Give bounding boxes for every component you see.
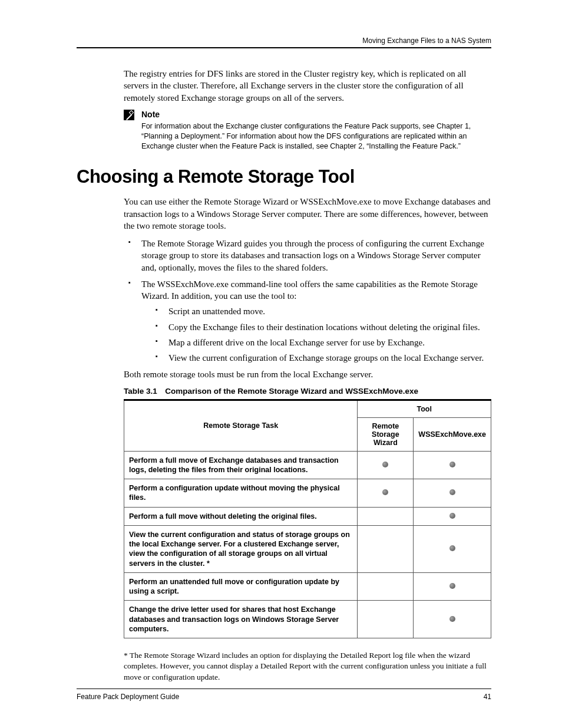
task-cell: Perform an unattended full move or confi… [124, 572, 358, 601]
dot-icon [449, 462, 455, 467]
footer-left: Feature Pack Deployment Guide [77, 693, 179, 701]
wssexchmove-cell [414, 479, 491, 508]
section-intro: You can use either the Remote Storage Wi… [124, 196, 491, 232]
list-item: Script an unattended move. [163, 305, 491, 317]
running-header: Moving Exchange Files to a NAS System [77, 37, 491, 45]
table-row: Perform an unattended full move or confi… [124, 572, 491, 601]
dot-icon [449, 489, 455, 495]
col-header-wizard: Remote Storage Wizard [358, 417, 414, 451]
table-row: Change the drive letter used for shares … [124, 601, 491, 638]
list-item: The Remote Storage Wizard guides you thr… [135, 238, 491, 274]
wizard-cell [358, 601, 414, 638]
table-footnote: * The Remote Storage Wizard includes an … [124, 650, 491, 683]
table-body: Perform a full move of Exchange database… [124, 451, 491, 638]
section-heading: Choosing a Remote Storage Tool [77, 166, 491, 187]
dot-icon [449, 545, 455, 551]
dot-icon [449, 583, 455, 589]
wssexchmove-cell [414, 601, 491, 638]
list-item: Map a different drive on the local Excha… [163, 337, 491, 348]
footer-page-number: 41 [484, 693, 491, 701]
col-header-wssexchmove: WSSExchMove.exe [414, 417, 491, 451]
table-row: Perform a configuration update without m… [124, 479, 491, 508]
bullet-list: The Remote Storage Wizard guides you thr… [124, 238, 491, 364]
task-cell: Perform a configuration update without m… [124, 479, 358, 508]
comparison-table: Remote Storage Task Tool Remote Storage … [124, 399, 491, 639]
list-item: Copy the Exchange files to their destina… [163, 321, 491, 333]
wizard-cell [358, 507, 414, 525]
wssexchmove-cell [414, 507, 491, 525]
wizard-cell [358, 479, 414, 508]
intro-paragraph: The registry entries for DFS links are s… [124, 68, 491, 104]
list-item: The WSSExchMove.exe command-line tool of… [135, 278, 491, 364]
col-header-task: Remote Storage Task [124, 400, 358, 451]
list-item-text: The WSSExchMove.exe command-line tool of… [141, 279, 478, 301]
header-rule [77, 47, 491, 48]
dot-icon [449, 616, 455, 622]
page-footer: Feature Pack Deployment Guide 41 [77, 689, 491, 701]
table-row: Perform a full move of Exchange database… [124, 451, 491, 479]
task-cell: Perform a full move of Exchange database… [124, 451, 358, 479]
task-cell: Change the drive letter used for shares … [124, 601, 358, 638]
wizard-cell [358, 525, 414, 572]
pencil-note-icon [124, 110, 134, 120]
wssexchmove-cell [414, 451, 491, 479]
table-row: View the current configuration and statu… [124, 525, 491, 572]
sub-bullet-list: Script an unattended move. Copy the Exch… [141, 305, 491, 364]
after-bullets-paragraph: Both remote storage tools must be run fr… [124, 368, 491, 380]
list-item: View the current configuration of Exchan… [163, 352, 491, 364]
note-block: Note For information about the Exchange … [124, 110, 491, 151]
wssexchmove-cell [414, 525, 491, 572]
task-cell: View the current configuration and statu… [124, 525, 358, 572]
table-row: Perform a full move without deleting the… [124, 507, 491, 525]
wssexchmove-cell [414, 572, 491, 601]
wizard-cell [358, 572, 414, 601]
wizard-cell [358, 451, 414, 479]
task-cell: Perform a full move without deleting the… [124, 507, 358, 525]
dot-icon [449, 513, 455, 519]
col-header-tool: Tool [358, 400, 491, 417]
table-caption: Table 3.1 Comparison of the Remote Stora… [124, 387, 491, 396]
page-content: The registry entries for DFS links are s… [124, 68, 491, 683]
dot-icon [382, 462, 388, 467]
dot-icon [382, 489, 388, 495]
note-body: For information about the Exchange clust… [141, 121, 471, 151]
note-label: Note [141, 110, 160, 119]
